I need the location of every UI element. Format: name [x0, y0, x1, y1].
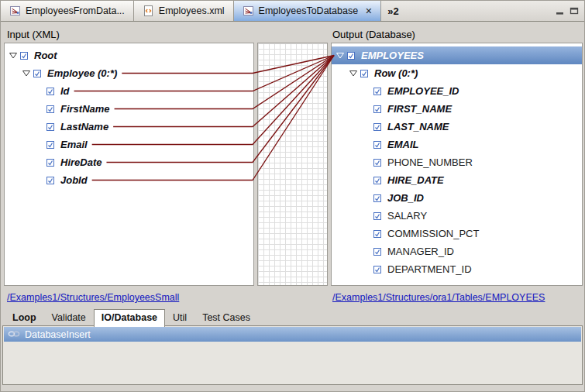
tab-overflow-indicator[interactable]: »2 [381, 5, 404, 17]
tree-node-label: Email [58, 138, 90, 151]
output-panel-title: Output (Database) [332, 29, 415, 40]
input-tree-node-firstname[interactable]: FirstName [5, 100, 253, 118]
tree-node-label: Employee (0:*) [45, 67, 119, 80]
tree-node-icon [373, 211, 385, 221]
tree-node-label: Id [58, 84, 72, 98]
input-tree-panel: RootEmployee (0:*)IdFirstNameLastNameEma… [4, 43, 254, 286]
expander-icon[interactable] [336, 53, 346, 59]
tree-node-icon [373, 105, 385, 114]
editor-tab-bar: EmployeesFromData...Employees.xmlEmploye… [1, 1, 584, 22]
expander-icon[interactable] [22, 70, 33, 77]
input-tree-node-employee-0[interactable]: Employee (0:*) [5, 64, 253, 82]
close-tab-icon[interactable]: ✕ [365, 6, 372, 16]
output-tree-node-manager-id[interactable]: MANAGER_ID [332, 242, 582, 260]
editor-tab-label: Employees.xml [159, 5, 225, 16]
output-tree-node-department-id[interactable]: DEPARTMENT_ID [332, 260, 582, 278]
expander-icon[interactable] [349, 70, 360, 77]
bottom-tab-validate[interactable]: Validate [44, 309, 94, 326]
output-tree-node-employee-id[interactable]: EMPLOYEE_ID [332, 82, 582, 100]
input-tree-node-lastname[interactable]: LastName [5, 118, 253, 136]
output-tree-node-phone-number[interactable]: PHONE_NUMBER [332, 153, 582, 171]
minimize-icon[interactable] [555, 6, 566, 15]
output-tree-node-email[interactable]: EMAIL [332, 136, 582, 153]
tree-node-label: JOB_ID [385, 191, 426, 205]
mapping-editor-window: EmployeesFromData...Employees.xmlEmploye… [0, 0, 585, 392]
editor-tab-label: EmployeesFromData... [26, 5, 125, 16]
tree-node-icon [346, 51, 359, 60]
tree-node-label: EMAIL [385, 138, 421, 151]
output-tree-node-employees[interactable]: EMPLOYEES [332, 46, 582, 64]
output-tree-node-hire-date[interactable]: HIRE_DATE [332, 171, 582, 189]
tree-node-label: DEPARTMENT_ID [385, 263, 474, 276]
input-tree-node-id[interactable]: Id [5, 82, 253, 100]
tree-node-icon [46, 122, 58, 132]
tree-node-icon [360, 69, 372, 78]
editor-tab-employeesfromdata[interactable]: EmployeesFromData... [1, 1, 134, 21]
tree-node-icon [46, 176, 58, 185]
output-tree-node-first-name[interactable]: FIRST_NAME [332, 100, 582, 118]
output-tree-panel: EMPLOYEESRow (0:*)EMPLOYEE_IDFIRST_NAMEL… [331, 43, 583, 286]
bottom-section: LoopValidateIO/DatabaseUtilTest Cases Da… [1, 309, 584, 391]
tree-node-icon [46, 140, 58, 150]
output-tree-node-salary[interactable]: SALARY [332, 207, 582, 225]
bottom-tab-io-database[interactable]: IO/Database [94, 309, 165, 327]
output-tree-node-job-id[interactable]: JOB_ID [332, 189, 582, 207]
database-insert-label: DatabaseInsert [25, 329, 91, 340]
tree-node-icon [373, 87, 385, 96]
database-insert-row[interactable]: DatabaseInsert [4, 327, 581, 342]
chain-link-icon [8, 329, 20, 340]
tree-node-icon [46, 105, 58, 114]
tree-node-icon [373, 265, 385, 274]
tree-node-icon [373, 247, 385, 256]
tree-node-label: MANAGER_ID [385, 245, 456, 258]
output-tree-node-row-0[interactable]: Row (0:*) [332, 64, 582, 82]
tree-node-label: JobId [58, 174, 90, 187]
editor-tab-employeestodatabase[interactable]: EmployeesToDatabase✕ [234, 1, 382, 21]
input-tree-node-root[interactable]: Root [5, 46, 253, 64]
tree-node-icon [373, 194, 385, 203]
tree-node-label: HireDate [58, 156, 104, 169]
output-tree-node-last-name[interactable]: LAST_NAME [332, 118, 582, 136]
tree-node-label: LastName [58, 120, 111, 133]
input-tree-node-jobid[interactable]: JobId [5, 171, 253, 189]
tree-node-label: Root [32, 49, 60, 62]
tree-node-icon [373, 122, 385, 132]
tree-node-label: HIRE_DATE [385, 174, 446, 187]
tree-node-icon [373, 229, 385, 239]
editor-tab-employees-xml[interactable]: Employees.xml [134, 1, 234, 21]
tree-node-label: LAST_NAME [385, 120, 451, 133]
map-icon [9, 5, 21, 16]
tree-node-icon [373, 140, 385, 150]
input-tree-node-hiredate[interactable]: HireDate [5, 153, 253, 171]
bottom-tab-bar: LoopValidateIO/DatabaseUtilTest Cases [1, 309, 584, 326]
maximize-icon[interactable] [569, 6, 580, 15]
tree-node-label: EMPLOYEES [359, 49, 426, 62]
input-panel-title: Input (XML) [7, 29, 60, 40]
tree-node-icon [19, 51, 32, 60]
tree-node-label: EMPLOYEE_ID [385, 84, 461, 98]
io-database-panel: DatabaseInsert [2, 325, 583, 385]
input-tree-node-email[interactable]: Email [5, 136, 253, 153]
bottom-tab-loop[interactable]: Loop [5, 309, 44, 326]
tree-node-label: PHONE_NUMBER [385, 156, 475, 169]
mapping-canvas[interactable] [257, 43, 328, 286]
bottom-tab-util[interactable]: Util [165, 309, 194, 326]
tree-node-label: FIRST_NAME [385, 102, 454, 115]
xml-icon [143, 5, 154, 16]
input-structure-link[interactable]: /Examples1/Structures/EmployeesSmall [7, 292, 179, 303]
expander-icon[interactable] [9, 53, 19, 59]
output-structure-link[interactable]: /Examples1/Structures/ora1/Tables/EMPLOY… [332, 292, 545, 303]
output-tree-node-commission-pct[interactable]: COMMISSION_PCT [332, 225, 582, 242]
tree-node-icon [33, 69, 45, 78]
tree-node-label: COMMISSION_PCT [385, 227, 481, 240]
tree-node-label: SALARY [385, 209, 429, 222]
tree-node-icon [46, 158, 58, 167]
view-buttons [555, 1, 584, 21]
tree-node-icon [373, 176, 385, 185]
tree-node-icon [373, 158, 385, 167]
editor-tab-label: EmployeesToDatabase [259, 5, 359, 16]
bottom-tab-test-cases[interactable]: Test Cases [194, 309, 258, 326]
tree-node-icon [46, 87, 58, 96]
mapping-main-area: Input (XML) Output (Database) RootEmploy… [1, 22, 585, 309]
map-icon [243, 5, 254, 16]
